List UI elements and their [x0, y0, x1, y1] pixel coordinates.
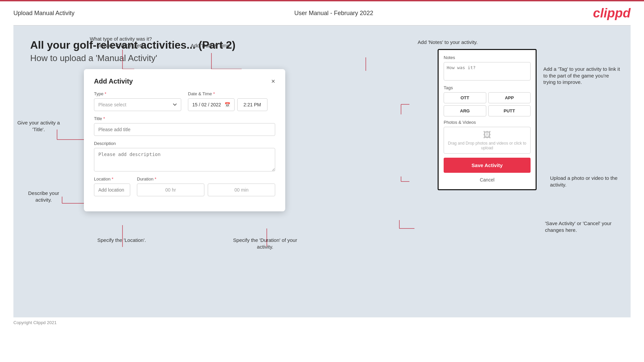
main-content: All your golf-relevant activities... (Pa… [13, 25, 631, 317]
title-input[interactable] [94, 123, 275, 136]
footer: Copyright Clippd 2021 [0, 317, 644, 328]
modal-title: Add Activity [94, 77, 133, 85]
datetime-group: Date & Time * 15 / 02 / 2022 📅 [188, 91, 275, 111]
title-label: Title * [94, 116, 275, 121]
duration-min-input[interactable] [208, 184, 275, 196]
add-activity-modal: Add Activity × Type * Please select Date… [84, 69, 285, 211]
date-input[interactable]: 15 / 02 / 2022 📅 [188, 98, 235, 111]
annotation-describe: Describe your activity. [20, 190, 67, 203]
tag-putt[interactable]: PUTT [488, 105, 531, 116]
location-label: Location * [94, 176, 130, 182]
photos-label: Photos & Videos [444, 120, 531, 125]
time-input[interactable] [237, 98, 267, 111]
tag-app[interactable]: APP [488, 92, 531, 103]
notes-label: Notes [444, 55, 531, 60]
tag-arg[interactable]: ARG [444, 105, 486, 116]
modal-close-button[interactable]: × [271, 77, 275, 85]
annotation-tag: Add a 'Tag' to your activity to link it … [543, 66, 621, 86]
description-textarea[interactable] [94, 148, 275, 171]
mobile-panel: Notes Tags OTT APP ARG PUTT Photos & Vid… [438, 49, 537, 190]
type-select[interactable]: Please select [94, 98, 181, 111]
clippd-logo: clippd [593, 6, 631, 20]
duration-group: Duration * [137, 176, 275, 196]
copyright: Copyright Clippd 2021 [13, 320, 57, 325]
tags-label: Tags [444, 85, 531, 90]
description-label: Description [94, 141, 275, 146]
notes-textarea[interactable] [444, 62, 531, 81]
annotation-location: Specify the 'Location'. [92, 237, 151, 244]
date-value: 15 / 02 / 2022 [192, 102, 221, 107]
photo-upload-text: Drag and Drop photos and videos or click… [444, 141, 530, 150]
annotation-duration: Specify the 'Duration' of your activity. [225, 237, 305, 250]
cancel-button[interactable]: Cancel [444, 175, 531, 184]
location-duration-row: Location * Duration * [94, 176, 275, 196]
annotation-what-type: What type of activity was it? Lesson, Ch… [87, 36, 154, 49]
annotation-notes: Add 'Notes' to your activity. [417, 39, 478, 46]
photo-upload-area[interactable]: 🖼 Drag and Drop photos and videos or cli… [444, 127, 531, 154]
photo-icon: 🖼 [483, 130, 491, 140]
page-subtitle: User Manual - February 2022 [294, 10, 373, 17]
duration-label: Duration * [137, 176, 275, 182]
modal-header: Add Activity × [94, 77, 275, 85]
annotation-give-title: Give your activity a 'Title'. [17, 119, 60, 133]
top-bar: Upload Manual Activity User Manual - Feb… [0, 0, 644, 25]
calendar-icon: 📅 [225, 102, 230, 107]
title-group: Title * [94, 116, 275, 136]
location-group: Location * [94, 176, 130, 196]
page-title: Upload Manual Activity [13, 10, 75, 17]
save-activity-button[interactable]: Save Activity [444, 158, 531, 173]
description-group: Description [94, 141, 275, 171]
datetime-label: Date & Time * [188, 91, 275, 96]
duration-inputs [137, 184, 275, 196]
tag-ott[interactable]: OTT [444, 92, 486, 103]
duration-hr-input[interactable] [137, 184, 204, 196]
mobile-inner: Notes Tags OTT APP ARG PUTT Photos & Vid… [439, 50, 536, 189]
type-label: Type * [94, 91, 181, 96]
annotation-upload: Upload a photo or video to the activity. [550, 175, 627, 188]
annotation-date-time: Add 'Date & Time'. [185, 42, 238, 49]
location-input[interactable] [94, 184, 130, 196]
type-datetime-row: Type * Please select Date & Time * 15 / … [94, 91, 275, 111]
annotation-save: 'Save Activity' or 'Cancel' your changes… [545, 220, 629, 233]
tags-grid: OTT APP ARG PUTT [444, 92, 531, 116]
type-group: Type * Please select [94, 91, 181, 111]
